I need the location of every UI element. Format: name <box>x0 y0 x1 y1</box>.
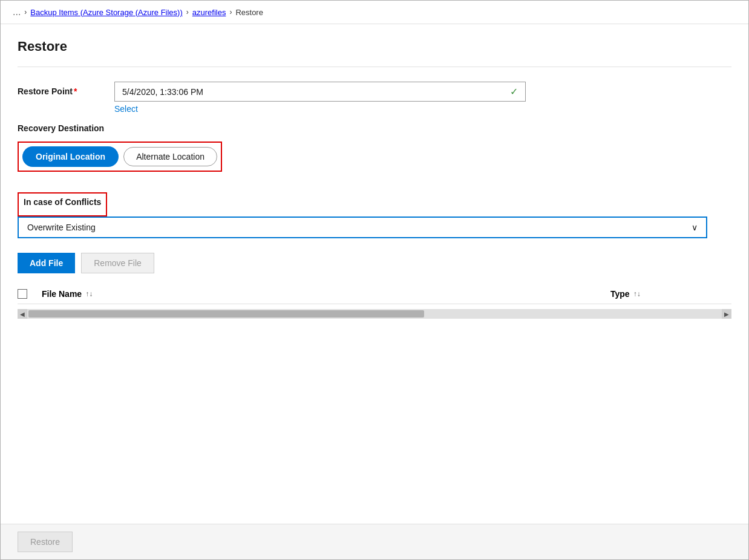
conflicts-section: In case of Conflicts Overwrite Existing … <box>18 192 731 238</box>
required-marker: * <box>74 86 77 96</box>
breadcrumb-current: Restore <box>235 8 263 17</box>
main-window: ... › Backup Items (Azure Storage (Azure… <box>0 0 749 560</box>
footer-bar: Restore <box>1 524 748 559</box>
breadcrumb-sep2: › <box>186 8 189 16</box>
filename-label: File Name <box>42 289 82 299</box>
scroll-left-arrow[interactable]: ◀ <box>18 309 27 319</box>
breadcrumb-item2[interactable]: azurefiles <box>192 8 226 17</box>
breadcrumb: ... › Backup Items (Azure Storage (Azure… <box>1 1 748 24</box>
header-checkbox[interactable] <box>18 289 27 299</box>
location-red-box: Original Location Alternate Location <box>18 142 222 172</box>
recovery-destination-section: Recovery Destination Original Location A… <box>18 123 731 172</box>
header-checkbox-col <box>18 289 42 299</box>
conflicts-label: In case of Conflicts <box>24 197 101 207</box>
breadcrumb-item1[interactable]: Backup Items (Azure Storage (Azure Files… <box>30 8 182 17</box>
conflicts-dropdown[interactable]: Overwrite Existing ∨ <box>18 217 707 238</box>
page-title: Restore <box>18 39 731 54</box>
scroll-right-arrow[interactable]: ▶ <box>722 309 731 319</box>
filename-sort-icon[interactable]: ↑↓ <box>85 290 93 298</box>
file-buttons: Add File Remove File <box>18 253 731 273</box>
scrollbar-thumb[interactable] <box>28 310 424 317</box>
checkmark-icon: ✓ <box>510 86 518 97</box>
restore-point-label: Restore Point* <box>18 82 114 96</box>
conflicts-red-box: In case of Conflicts <box>18 192 107 217</box>
select-link[interactable]: Select <box>114 104 731 114</box>
filename-column-header: File Name ↑↓ <box>42 289 610 299</box>
breadcrumb-sep1: › <box>24 8 27 16</box>
remove-file-button: Remove File <box>81 253 154 273</box>
add-file-button[interactable]: Add File <box>18 253 75 273</box>
original-location-button[interactable]: Original Location <box>22 146 119 167</box>
recovery-destination-heading: Recovery Destination <box>18 123 731 133</box>
restore-button: Restore <box>18 532 73 552</box>
restore-point-input[interactable]: 5/4/2020, 1:33:06 PM ✓ <box>114 82 526 102</box>
type-column-header: Type ↑↓ <box>610 289 731 299</box>
title-divider <box>18 67 731 67</box>
type-label: Type <box>610 289 630 299</box>
table-header: File Name ↑↓ Type ↑↓ <box>18 284 731 304</box>
content-area: Restore Restore Point* 5/4/2020, 1:33:06… <box>1 24 748 524</box>
restore-point-row: Restore Point* 5/4/2020, 1:33:06 PM ✓ Se… <box>18 82 731 114</box>
scrollbar-track[interactable] <box>27 310 722 317</box>
restore-point-date: 5/4/2020, 1:33:06 PM <box>122 87 203 97</box>
location-buttons: Original Location Alternate Location <box>22 146 217 167</box>
restore-point-value-group: 5/4/2020, 1:33:06 PM ✓ Select <box>114 82 731 114</box>
breadcrumb-sep3: › <box>229 8 232 16</box>
chevron-down-icon: ∨ <box>692 223 698 232</box>
conflicts-dropdown-value: Overwrite Existing <box>27 223 96 232</box>
breadcrumb-dots: ... <box>13 7 21 18</box>
horizontal-scrollbar[interactable]: ◀ ▶ <box>18 309 731 319</box>
alternate-location-button[interactable]: Alternate Location <box>123 147 217 166</box>
type-sort-icon[interactable]: ↑↓ <box>633 290 641 298</box>
